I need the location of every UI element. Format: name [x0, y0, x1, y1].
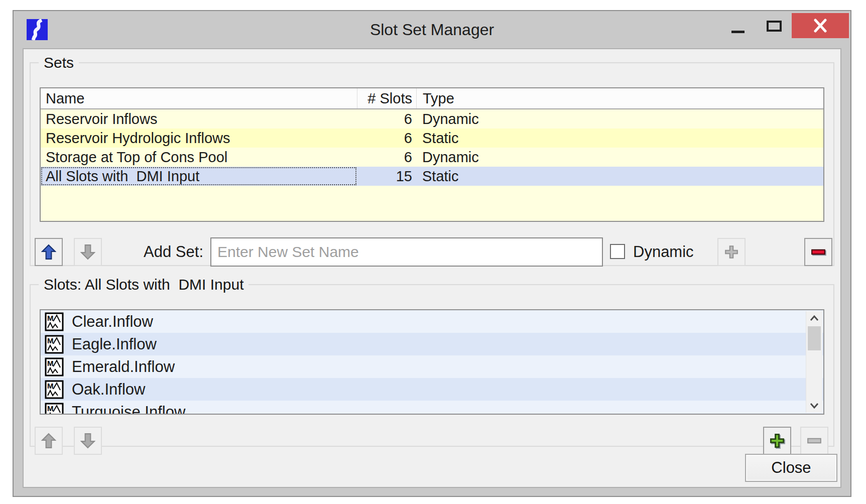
sets-groupbox-label: Sets	[39, 54, 79, 71]
slot-set-manager-window: Slot Set Manager Sets	[13, 10, 851, 497]
new-set-name-input[interactable]	[210, 237, 603, 267]
slot-list-item[interactable]: M Emerald.Inflow	[41, 355, 823, 378]
minimize-button[interactable]	[719, 13, 757, 38]
move-set-up-button[interactable]	[35, 238, 63, 266]
chevron-down-icon	[810, 403, 819, 409]
slot-name: Eagle.Inflow	[72, 335, 157, 353]
slot-list-item[interactable]: M Eagle.Inflow	[41, 333, 823, 355]
window-controls	[719, 13, 849, 38]
column-header-name[interactable]: Name	[41, 88, 357, 108]
slots-list: M Clear.Inflow M Eagle.Inf	[40, 309, 824, 415]
dynamic-checkbox-label: Dynamic	[633, 237, 694, 267]
arrow-up-icon	[41, 433, 56, 449]
dynamic-checkbox[interactable]	[610, 244, 625, 259]
slot-name: Emerald.Inflow	[72, 358, 175, 376]
slot-name: Clear.Inflow	[72, 313, 153, 331]
close-icon	[812, 19, 828, 33]
add-set-row: Add Set: Dynamic	[35, 237, 829, 267]
table-row[interactable]: Reservoir Inflows 6 Dynamic	[41, 109, 823, 129]
add-set-label: Add Set:	[105, 237, 203, 267]
svg-text:M: M	[47, 404, 54, 413]
desktop-background: Slot Set Manager Sets	[0, 0, 866, 504]
remove-set-button[interactable]	[804, 238, 832, 266]
series-slot-icon: M	[45, 312, 64, 331]
arrow-down-icon	[80, 433, 95, 449]
slots-toolbar	[35, 427, 829, 457]
move-slot-up-button[interactable]	[35, 427, 63, 455]
minus-icon	[806, 433, 822, 448]
scroll-down-button[interactable]	[806, 399, 822, 413]
column-header-type[interactable]: Type	[416, 88, 823, 108]
slot-name: Turquoise.Inflow	[72, 403, 185, 415]
add-set-button[interactable]	[717, 238, 746, 266]
minimize-icon	[731, 31, 745, 33]
slots-groupbox-label: Slots: All Slots with DMI Input	[39, 276, 249, 293]
series-slot-icon: M	[45, 380, 64, 399]
sets-table-header: Name # Slots Type	[41, 88, 823, 109]
sets-groupbox: Sets Name # Slots Type Reservoir Inflows…	[30, 54, 834, 266]
minus-icon	[810, 244, 826, 260]
slot-list-item[interactable]: M Oak.Inflow	[41, 378, 823, 401]
slot-name: Oak.Inflow	[72, 381, 145, 399]
table-row-selected[interactable]: All Slots with DMI Input 15 Static	[41, 167, 823, 186]
svg-text:M: M	[47, 359, 54, 367]
move-set-down-button[interactable]	[74, 238, 102, 266]
sets-table: Name # Slots Type Reservoir Inflows 6 Dy…	[40, 87, 824, 222]
scrollbar-thumb[interactable]	[808, 326, 821, 350]
series-slot-icon: M	[45, 335, 64, 354]
maximize-button[interactable]	[757, 13, 792, 38]
svg-text:M: M	[47, 314, 54, 322]
move-slot-down-button[interactable]	[74, 427, 102, 455]
plus-icon	[724, 244, 739, 260]
add-slot-button[interactable]	[763, 427, 791, 455]
slots-groupbox: Slots: All Slots with DMI Input M Clear.…	[30, 276, 834, 447]
series-slot-icon: M	[45, 357, 64, 376]
series-slot-icon: M	[45, 403, 64, 415]
table-row[interactable]: Storage at Top of Cons Pool 6 Dynamic	[41, 148, 823, 167]
slot-list-item[interactable]: M Clear.Inflow	[41, 310, 823, 333]
svg-text:M: M	[47, 382, 54, 390]
dialog-client-area: Sets Name # Slots Type Reservoir Inflows…	[23, 48, 841, 488]
maximize-icon	[767, 21, 782, 32]
column-header-num-slots[interactable]: # Slots	[357, 88, 416, 108]
svg-text:M: M	[47, 336, 54, 345]
remove-slot-button[interactable]	[800, 427, 828, 455]
plus-icon	[769, 433, 785, 449]
arrow-down-icon	[80, 244, 95, 260]
close-button[interactable]: Close	[745, 454, 837, 482]
scroll-up-button[interactable]	[806, 311, 822, 325]
titlebar[interactable]: Slot Set Manager	[14, 11, 850, 48]
chevron-up-icon	[810, 315, 819, 321]
vertical-scrollbar[interactable]	[806, 311, 822, 413]
table-row[interactable]: Reservoir Hydrologic Inflows 6 Static	[41, 129, 823, 148]
slot-list-item[interactable]: M Turquoise.Inflow	[41, 401, 823, 415]
table-empty-area	[41, 186, 823, 221]
arrow-up-icon	[41, 244, 56, 260]
close-window-button[interactable]	[792, 13, 849, 38]
